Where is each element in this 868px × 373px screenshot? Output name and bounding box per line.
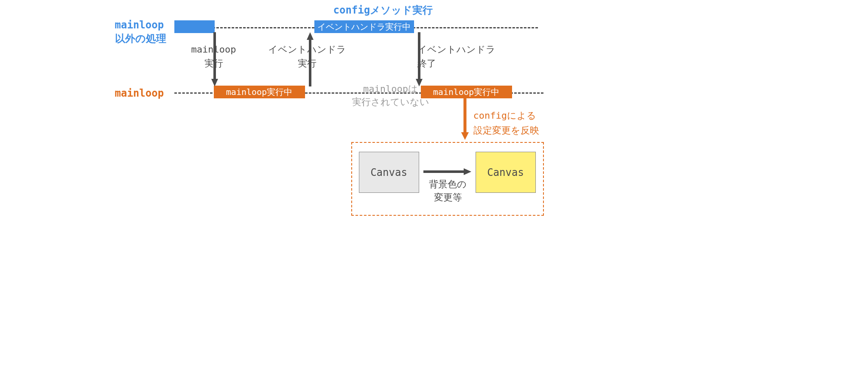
note-mainloop-not-running-l2: 実行されていない (352, 97, 429, 107)
svg-marker-3 (307, 32, 314, 40)
note-config-reflect-l2: 設定変更を反映 (473, 125, 539, 136)
bar-blue-handler: イベントハンドラ実行中 (314, 20, 414, 33)
bar-orange-run1: mainloop実行中 (214, 86, 305, 98)
arrow-label-handler-end-l2: 終了 (417, 58, 436, 69)
lane-label-outside: mainloop 以外の処理 (115, 18, 166, 45)
note-mainloop-not-running: mainloopは 実行されていない (340, 83, 442, 109)
arrow-label-mainloop-exec-l1: mainloop (191, 44, 236, 55)
label-bg-change: 背景色の 変更等 (425, 178, 471, 204)
arrow-label-handler-end: イベントハンドラ 終了 (417, 42, 545, 70)
lane-label-outside-line1: mainloop (115, 19, 164, 31)
dash-top-1 (213, 27, 314, 28)
config-method-title: configメソッド実行 (333, 3, 433, 17)
arrow-config-reflect (461, 98, 469, 141)
arrow-label-handler-exec-l1: イベントハンドラ (268, 44, 346, 55)
svg-marker-1 (211, 79, 218, 86)
note-config-reflect: configによる 設定変更を反映 (473, 108, 539, 138)
label-bg-change-l1: 背景色の (429, 179, 467, 189)
arrow-canvas-change (423, 167, 472, 176)
label-bg-change-l2: 変更等 (434, 192, 462, 203)
canvas-before: Canvas (359, 152, 419, 193)
bar-orange-run1-label: mainloop実行中 (226, 86, 292, 98)
svg-marker-9 (464, 168, 471, 175)
note-config-reflect-l1: configによる (473, 110, 536, 121)
bar-blue-handler-label: イベントハンドラ実行中 (317, 21, 411, 33)
bar-blue-start (174, 20, 215, 33)
lane-label-outside-line2: 以外の処理 (115, 33, 166, 44)
bar-orange-run2-label: mainloop実行中 (433, 86, 499, 98)
arrow-label-mainloop-exec-l2: 実行 (204, 58, 223, 69)
arrow-label-handler-exec-l2: 実行 (298, 58, 316, 69)
lane-label-mainloop: mainloop (115, 87, 164, 100)
note-mainloop-not-running-l1: mainloopは (363, 84, 418, 94)
arrow-label-handler-exec: イベントハンドラ 実行 (244, 42, 371, 70)
canvas-after: Canvas (476, 152, 536, 193)
svg-marker-7 (461, 132, 469, 140)
diagram-root: configメソッド実行 mainloop 以外の処理 mainloop イベン… (109, 0, 760, 280)
arrow-label-handler-end-l1: イベントハンドラ (417, 44, 496, 55)
dash-top-2 (413, 27, 538, 28)
dash-bot-1 (174, 92, 213, 94)
